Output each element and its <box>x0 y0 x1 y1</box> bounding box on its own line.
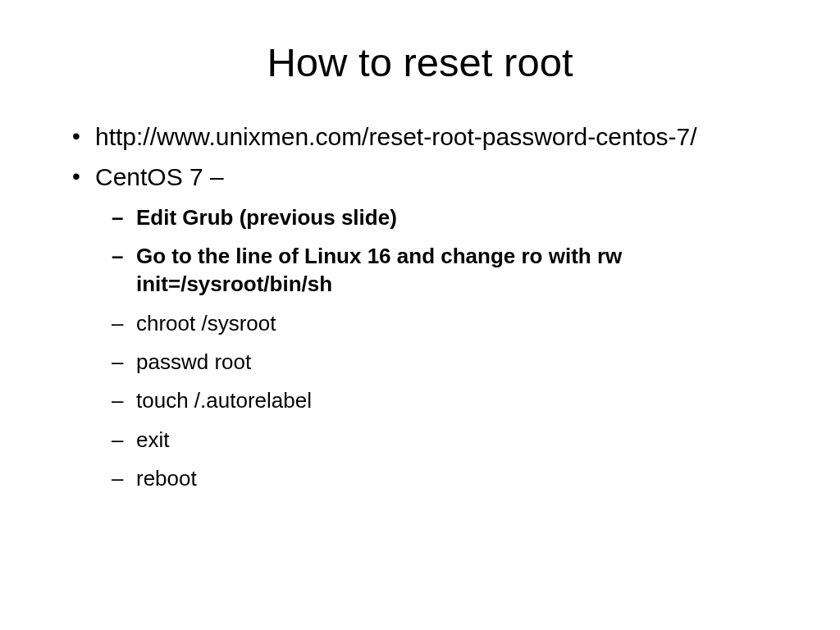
bullet-os: CentOS 7 – Edit Grub (previous slide) Go… <box>64 162 776 492</box>
step-passwd: passwd root <box>95 348 776 376</box>
step-autorelabel: touch /.autorelabel <box>95 386 776 414</box>
step-edit-grub: Edit Grub (previous slide) <box>95 203 776 231</box>
step-exit: exit <box>95 426 776 454</box>
bullet-list-level1: http://www.unixmen.com/reset-root-passwo… <box>64 121 776 492</box>
bullet-os-label: CentOS 7 – <box>95 163 224 190</box>
slide-title: How to reset root <box>64 39 776 85</box>
bullet-list-level2: Edit Grub (previous slide) Go to the lin… <box>95 203 776 493</box>
bullet-url: http://www.unixmen.com/reset-root-passwo… <box>64 121 776 153</box>
step-linux16: Go to the line of Linux 16 and change ro… <box>95 242 776 299</box>
step-chroot: chroot /sysroot <box>95 309 776 337</box>
step-reboot: reboot <box>95 464 776 492</box>
